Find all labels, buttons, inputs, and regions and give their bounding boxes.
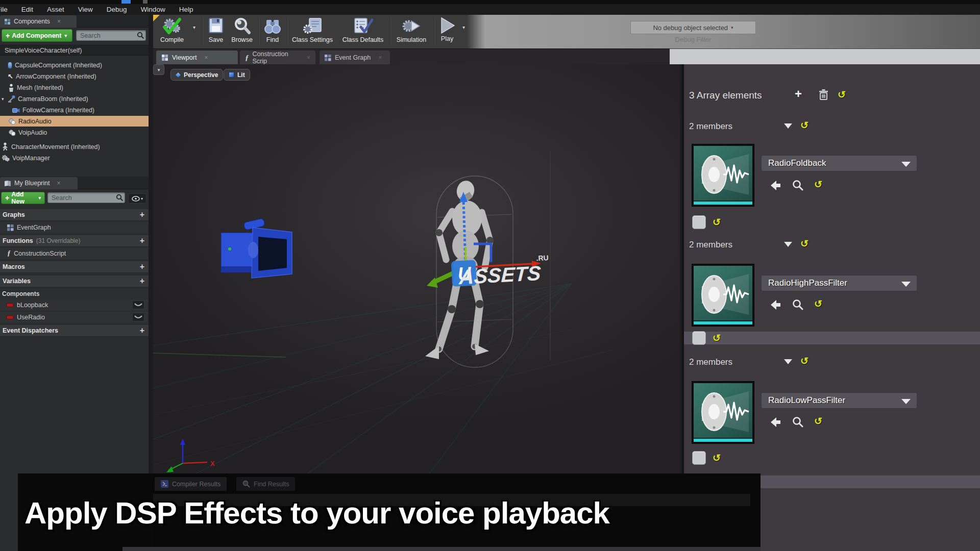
close-icon[interactable]: × [57, 18, 61, 25]
visibility-filter-button[interactable]: ▾ [128, 193, 146, 204]
menu-edit[interactable]: Edit [21, 6, 33, 13]
variable-useradio-row[interactable]: UseRadio [0, 312, 149, 323]
browse-to-asset-icon[interactable] [792, 299, 804, 311]
tree-item-charactermovement[interactable]: CharacterMovement (Inherited) [0, 141, 149, 152]
tab-viewport[interactable]: Viewport × [156, 51, 238, 65]
compile-button[interactable]: Compile [155, 17, 189, 43]
close-icon[interactable]: × [307, 54, 310, 61]
option-checkbox[interactable] [692, 331, 706, 345]
expand-arrow-icon[interactable] [784, 359, 792, 364]
sound-asset-thumbnail[interactable] [692, 382, 754, 443]
tree-item-capsulecomponent[interactable]: CapsuleComponent (Inherited) [0, 60, 149, 70]
browse-to-asset-icon[interactable] [792, 416, 804, 429]
add-new-button[interactable]: + Add New ▾ [1, 192, 45, 204]
svg-text:X: X [210, 460, 215, 467]
menu-view[interactable]: View [78, 6, 93, 13]
graphs-header[interactable]: Graphs + [0, 209, 149, 221]
sound-asset-dropdown[interactable]: RadioFoldback [761, 155, 917, 171]
use-selected-arrow-icon[interactable] [769, 180, 781, 192]
reset-icon[interactable]: ↺ [838, 89, 846, 101]
functions-note: (31 Overridable) [36, 237, 81, 244]
constructionscript-row[interactable]: ƒ ConstructionScript [0, 248, 149, 259]
add-variable-button[interactable]: + [140, 277, 144, 286]
reset-icon[interactable]: ↺ [713, 452, 721, 464]
play-options-dropdown[interactable]: ▾ [462, 24, 465, 30]
event-dispatchers-header[interactable]: Event Dispatchers + [0, 325, 149, 337]
expander-icon[interactable]: ▾ [2, 96, 6, 102]
tree-item-voipmanager[interactable]: VoipManager [0, 153, 149, 163]
option-checkbox[interactable] [692, 451, 706, 465]
add-macro-button[interactable]: + [140, 262, 144, 271]
use-selected-arrow-icon[interactable] [769, 299, 781, 311]
trash-icon[interactable] [817, 89, 829, 101]
add-function-button[interactable]: + [140, 236, 144, 245]
eventgraph-row[interactable]: EventGraph [0, 222, 149, 233]
reset-icon[interactable]: ↺ [814, 415, 822, 427]
option-checkbox[interactable] [692, 215, 706, 229]
macros-label: Macros [3, 263, 25, 270]
save-button[interactable]: Save [204, 17, 228, 43]
add-component-button[interactable]: + Add Component ▾ [2, 29, 72, 42]
menu-window[interactable]: Window [141, 6, 165, 13]
expand-arrow-icon[interactable] [784, 242, 792, 247]
tab-construction-label: Construction Scrip [253, 51, 299, 65]
reset-icon[interactable]: ↺ [814, 298, 822, 310]
variables-header[interactable]: Variables + [0, 276, 149, 287]
class-settings-button[interactable]: Class Settings [289, 17, 336, 43]
event-dispatchers-label: Event Dispatchers [3, 327, 58, 334]
reset-icon[interactable]: ↺ [800, 238, 808, 249]
add-dispatcher-button[interactable]: + [140, 326, 144, 335]
variables-category-components[interactable]: Components [0, 288, 149, 299]
tab-construction-script[interactable]: ƒ Construction Scrip × [240, 51, 315, 65]
tree-item-mesh[interactable]: Mesh (Inherited) [0, 82, 149, 93]
menu-help[interactable]: Help [179, 6, 193, 13]
variable-label: bLoopback [17, 302, 48, 309]
use-selected-arrow-icon[interactable] [769, 416, 781, 429]
useradio-visibility-toggle[interactable] [132, 313, 144, 321]
add-graph-button[interactable]: + [140, 210, 144, 219]
find-button[interactable]: Find [260, 17, 285, 43]
reset-icon[interactable]: ↺ [800, 119, 808, 131]
menu-asset[interactable]: Asset [47, 6, 64, 13]
functions-header[interactable]: Functions (31 Overridable) + [0, 235, 149, 247]
close-icon[interactable]: × [57, 180, 60, 187]
browse-button[interactable]: Browse [228, 17, 256, 43]
tab-event-graph[interactable]: Event Graph × [320, 51, 390, 65]
sound-asset-thumbnail[interactable] [692, 144, 754, 206]
myblueprint-search-input[interactable] [47, 192, 125, 203]
perspective-button[interactable]: Perspective [170, 69, 223, 81]
menu-debug[interactable]: Debug [107, 6, 127, 13]
components-search-input[interactable] [76, 30, 146, 41]
expand-arrow-icon[interactable] [784, 123, 792, 129]
tree-item-followcamera[interactable]: FollowCamera (Inherited) [0, 105, 149, 115]
class-defaults-button[interactable]: Class Defaults [339, 17, 387, 43]
viewport-3d[interactable]: U ASSETS .RU X ▾ Perspective Lit [153, 64, 680, 474]
macros-header[interactable]: Macros + [0, 261, 149, 273]
play-button[interactable]: Play [436, 17, 458, 42]
reset-icon[interactable]: ↺ [800, 355, 808, 367]
debug-object-dropdown[interactable]: No debug object selected ▾ [630, 21, 756, 34]
simulation-button[interactable]: Simulation [392, 17, 431, 43]
sound-asset-dropdown[interactable]: RadioLowPassFilter [761, 392, 917, 409]
lit-mode-button[interactable]: Lit [224, 69, 250, 81]
tree-item-radioaudio[interactable]: RadioAudio [0, 116, 149, 127]
sound-asset-thumbnail[interactable] [692, 264, 754, 326]
reset-icon[interactable]: ↺ [713, 332, 721, 344]
tree-item-voipaudio[interactable]: VoipAudio [0, 127, 149, 138]
variable-bloopback-row[interactable]: bLoopback [0, 299, 149, 311]
tree-item-cameraboom[interactable]: ▾ CameraBoom (Inherited) [0, 93, 149, 104]
sound-asset-dropdown[interactable]: RadioHighPassFilter [761, 275, 917, 291]
reset-icon[interactable]: ↺ [814, 179, 822, 190]
tab-my-blueprint[interactable]: My Blueprint × [0, 177, 78, 189]
close-icon[interactable]: × [204, 54, 208, 61]
tab-components[interactable]: Components × [0, 15, 77, 28]
close-icon[interactable]: × [378, 54, 382, 61]
tree-item-arrowcomponent[interactable]: ↖ ArrowComponent (Inherited) [0, 71, 149, 82]
reset-icon[interactable]: ↺ [713, 216, 721, 228]
bloopback-visibility-toggle[interactable] [132, 300, 144, 309]
add-array-element-button[interactable]: + [795, 89, 802, 99]
tree-item-root[interactable]: SimpleVoiceCharacter(self) [0, 45, 149, 56]
browse-to-asset-icon[interactable] [792, 180, 804, 192]
compile-options-dropdown[interactable]: ▾ [193, 24, 195, 30]
menu-file[interactable]: File [0, 6, 8, 13]
